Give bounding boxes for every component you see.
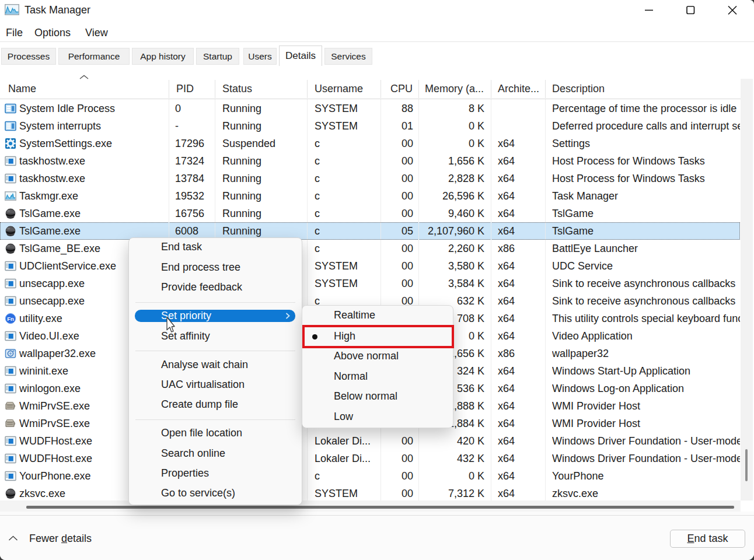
svg-text:Fn: Fn xyxy=(7,316,14,322)
